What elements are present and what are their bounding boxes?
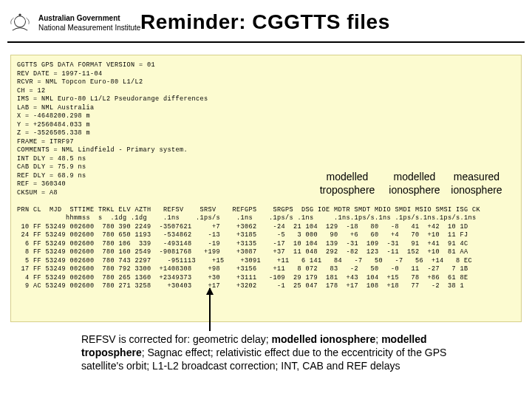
gov-line1: Australian Government (38, 14, 120, 22)
header-bar: Australian Government National Measureme… (7, 4, 525, 43)
gov-text: Australian Government National Measureme… (38, 13, 140, 33)
page-title: Reminder: CGGTTS files (140, 10, 390, 34)
arrow-up-icon (209, 288, 211, 331)
annot-measured-ionosphere: measured ionosphere (443, 170, 510, 197)
annot-troposphere: modelled troposphere (310, 170, 384, 197)
brace-icon: ⏟ (448, 197, 507, 210)
annot-modelled-ionosphere: modelled ionosphere (381, 170, 448, 197)
brace-icon: ⏟ (389, 197, 440, 210)
coat-of-arms-icon (7, 10, 33, 35)
gov-line2: National Measurement Institute (38, 24, 140, 32)
caption: REFSV is corrected for: geometric delay;… (81, 332, 451, 372)
svg-point-1 (18, 13, 21, 16)
brace-icon: ⏟ (325, 197, 377, 210)
svg-point-0 (15, 16, 26, 27)
